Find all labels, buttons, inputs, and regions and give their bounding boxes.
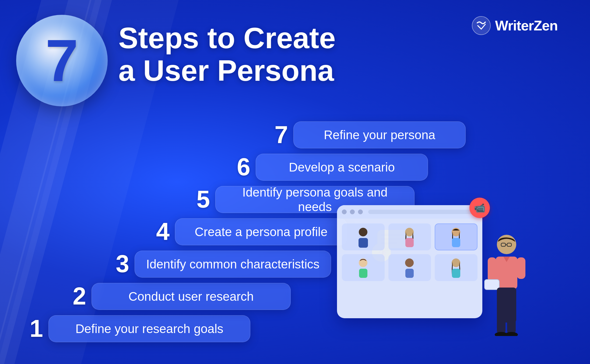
step-4-number: 4 <box>137 218 170 246</box>
step-7: 7 Refine your persona <box>256 121 466 149</box>
logo: WriterZen <box>472 16 558 35</box>
svg-rect-22 <box>497 306 505 333</box>
svg-point-3 <box>405 228 414 236</box>
step-4-box: Create a persona profile <box>175 218 347 245</box>
svg-rect-4 <box>405 238 414 247</box>
step-5-number: 5 <box>178 186 210 213</box>
person-svg <box>482 234 531 336</box>
step-1-number: 1 <box>11 315 43 342</box>
svg-point-11 <box>452 258 460 267</box>
svg-rect-6 <box>452 238 460 247</box>
standing-person <box>482 234 531 337</box>
writerzen-logo-icon <box>472 16 491 35</box>
step-1-box: Define your research goals <box>48 315 250 342</box>
avatar-5 <box>402 257 417 278</box>
svg-rect-23 <box>507 306 516 333</box>
video-camera-badge: 📹 <box>469 198 490 218</box>
title-line1: Steps to Create <box>118 22 336 54</box>
avatar-2 <box>402 226 417 248</box>
step-2-number: 2 <box>54 282 86 310</box>
svg-rect-2 <box>359 238 368 248</box>
step-3-number: 3 <box>97 250 129 278</box>
step-7-box: Refine your persona <box>293 121 466 148</box>
step-2: 2 Conduct user research <box>54 282 291 310</box>
svg-point-25 <box>505 332 518 336</box>
title-line2: a User Persona <box>118 54 336 87</box>
step-1: 1 Define your research goals <box>11 315 250 342</box>
svg-rect-19 <box>484 279 499 290</box>
step-3: 3 Identify common characteristics <box>97 250 331 278</box>
svg-point-1 <box>359 228 367 236</box>
hero-number: 7 <box>45 31 78 90</box>
step-2-label: Conduct user research <box>118 289 264 304</box>
step-2-box: Conduct user research <box>92 283 291 310</box>
step-4-label: Create a persona profile <box>184 225 338 239</box>
svg-rect-20 <box>517 257 525 279</box>
step-1-label: Define your research goals <box>65 321 234 336</box>
step-7-number: 7 <box>256 121 288 149</box>
screen-frame: 📹 <box>337 205 482 318</box>
svg-rect-8 <box>359 269 367 278</box>
step-4: 4 Create a persona profile <box>137 218 347 246</box>
svg-rect-18 <box>488 257 496 282</box>
avatar-1 <box>356 226 371 248</box>
main-title: Steps to Create a User Persona <box>118 22 336 87</box>
avatar-4 <box>356 257 371 278</box>
avatar-6 <box>449 257 463 278</box>
step-3-box: Identify common characteristics <box>135 251 331 278</box>
avatar-3 <box>449 226 463 248</box>
hero-number-circle: 7 <box>16 15 108 106</box>
svg-point-0 <box>472 16 490 35</box>
step-6-number: 6 <box>218 153 250 181</box>
content-area: WriterZen 7 Steps to Create a User Perso… <box>0 0 590 364</box>
illustration: 👍 📹 <box>385 165 574 353</box>
step-3-label: Identify common characteristics <box>135 257 330 271</box>
svg-rect-10 <box>405 269 414 278</box>
svg-point-9 <box>405 258 414 267</box>
step-7-label: Refine your persona <box>313 128 446 142</box>
svg-rect-12 <box>452 269 460 278</box>
logo-text: WriterZen <box>495 18 558 34</box>
